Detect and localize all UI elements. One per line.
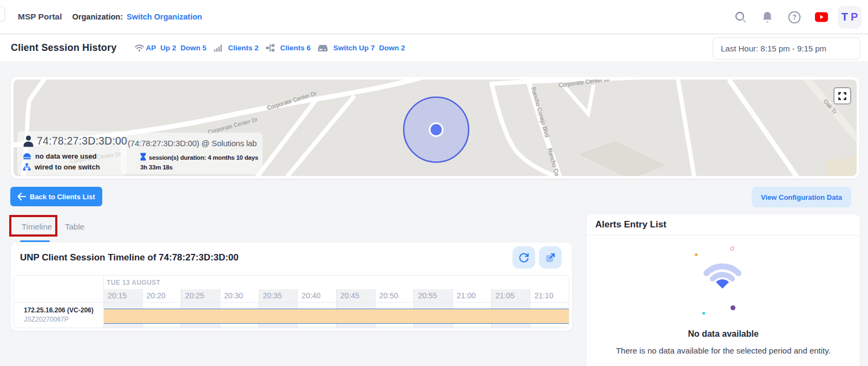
decorative-dot-orange <box>695 253 698 256</box>
no-data-title: No data available <box>587 329 860 339</box>
wifi-empty-state-icon <box>693 234 752 294</box>
time-tick-label: 20:35 <box>263 291 282 300</box>
session-duration-block: session(s) duration: 4 months 10 days 3h… <box>140 153 261 172</box>
view-configuration-label: View Configuration Data <box>761 193 842 201</box>
map-card: Corporate Center Dr Corporate Center Dr … <box>11 77 859 179</box>
wireless-clients-count[interactable]: Clients 2 <box>228 44 259 52</box>
client-mac-address: 74:78:27:3D:3D:00 <box>37 135 127 147</box>
brand-title: MSP Portal <box>18 12 62 22</box>
signal-bars-icon <box>214 44 223 52</box>
wifi-icon <box>134 44 144 52</box>
timeline-chart: TUE 13 AUGUST 20:1520:2020:2520:3020:352… <box>14 275 569 328</box>
session-duration-tail: 3h 33m 18s <box>140 163 261 172</box>
wired-switch-icon <box>23 163 31 171</box>
data-usage-icon <box>23 153 31 160</box>
alerts-card-header: Alerts Entry List <box>587 214 860 236</box>
time-tick-label: 21:10 <box>534 291 553 300</box>
timeline-row-label-cell: 172.25.16.206 (VC-206) JSZ20270067P <box>14 276 104 328</box>
session-duration-text: session(s) duration: 4 months 10 days <box>149 154 258 161</box>
time-tick-label: 20:55 <box>418 291 437 300</box>
wired-topology-icon <box>266 43 275 53</box>
device-ip-label: 172.25.16.206 (VC-206) <box>24 306 94 314</box>
timeline-card-title: UNP Client Session Timeline of 74:78:27:… <box>20 252 239 263</box>
device-serial-label: JSZ20270067P <box>24 316 69 323</box>
time-tick-label: 20:20 <box>147 291 166 300</box>
topbar: MSP Portal Organization: Switch Organiza… <box>0 0 868 34</box>
avatar-initial-first: T <box>841 11 848 23</box>
time-tick-label: 21:05 <box>496 291 515 300</box>
time-range-selector[interactable]: Last Hour: 8:15 pm - 9:15 pm <box>713 37 860 60</box>
decorative-dot-cyan <box>702 312 705 315</box>
view-configuration-button[interactable]: View Configuration Data <box>752 187 851 207</box>
wired-status-text: wired to one switch <box>35 163 100 171</box>
back-to-clients-label: Back to Clients List <box>30 193 95 201</box>
active-tab-indicator <box>20 240 50 242</box>
arrow-left-icon <box>17 193 26 200</box>
road-label-rancho-1: Rancho Conejo Blvd <box>530 86 551 138</box>
road-label-corporate-4: Corporate Center Dr <box>558 80 610 88</box>
wired-clients-count[interactable]: Clients 6 <box>280 44 311 52</box>
notifications-bell-icon[interactable] <box>761 11 774 24</box>
hourglass-icon <box>140 153 146 163</box>
search-icon[interactable] <box>734 11 747 24</box>
time-range-value: Last Hour: 8:15 pm - 9:15 pm <box>721 44 826 53</box>
ap-down-count[interactable]: Down 5 <box>180 44 206 52</box>
session-bar[interactable] <box>104 309 569 324</box>
page-header: Client Session History AP Up 2 Down 5 <box>0 35 868 61</box>
switch-down-count[interactable]: Down 2 <box>379 44 405 52</box>
annotation-highlight-box <box>9 215 57 237</box>
alerts-entry-list-card: Alerts Entry List No data available Ther… <box>587 214 860 366</box>
organization-label: Organization: <box>73 12 123 21</box>
external-link-icon <box>544 252 556 264</box>
no-data-message: There is no data available for the selec… <box>587 346 860 355</box>
alerts-card-title: Alerts Entry List <box>595 219 666 230</box>
timeline-date-header: TUE 13 AUGUST <box>107 279 160 286</box>
page-title: Client Session History <box>11 42 116 54</box>
time-tick-label: 20:25 <box>185 291 204 300</box>
svg-text:?: ? <box>792 14 797 21</box>
refresh-icon <box>518 252 530 264</box>
decorative-dot-purple <box>731 305 735 310</box>
avatar-initial-second: P <box>851 11 858 23</box>
time-tick-label: 21:00 <box>457 291 476 300</box>
open-external-button[interactable] <box>539 246 562 269</box>
client-summary-overlay: 74:78:27:3D:3D:00 no data were used <box>17 131 127 175</box>
ap-status-label[interactable]: AP <box>146 44 156 52</box>
sidebar-drawer-handle[interactable] <box>0 6 5 22</box>
refresh-button[interactable] <box>512 246 535 269</box>
time-tick-label: 20:30 <box>224 291 243 300</box>
time-tick-label: 20:50 <box>379 291 398 300</box>
session-timeline-card: UNP Client Session Timeline of 74:78:27:… <box>11 243 572 331</box>
client-location-text: (74:78:27:3D:3D:00) @ Solutions lab <box>128 139 257 148</box>
time-tick-label: 20:45 <box>340 291 359 300</box>
organization-link[interactable]: Switch Organization <box>127 12 202 21</box>
location-accuracy-circle <box>404 97 469 162</box>
timeline-header-divider <box>14 302 569 303</box>
back-to-clients-button[interactable]: Back to Clients List <box>10 187 102 206</box>
youtube-icon[interactable] <box>815 11 828 24</box>
topbar-actions: ? T P <box>734 0 862 34</box>
person-icon <box>23 135 34 147</box>
session-summary-overlay: (74:78:27:3D:3D:00) @ Solutions lab sess… <box>121 133 262 174</box>
app-root: MSP Portal Organization: Switch Organiza… <box>0 0 868 366</box>
org-status-summary: AP Up 2 Down 5 Clients 2 <box>134 43 405 53</box>
time-tick-label: 20:15 <box>108 291 127 300</box>
switch-icon <box>318 44 328 52</box>
help-icon[interactable]: ? <box>788 11 801 24</box>
ap-up-count[interactable]: Up 2 <box>160 44 176 52</box>
map-canvas[interactable]: Corporate Center Dr Corporate Center Dr … <box>14 80 857 176</box>
switch-up-count[interactable]: Switch Up 7 <box>333 44 375 52</box>
tab-table[interactable]: Table <box>65 222 84 231</box>
map-fullscreen-button[interactable] <box>833 87 851 104</box>
time-tick-label: 20:40 <box>301 291 320 300</box>
fullscreen-icon <box>838 92 846 100</box>
data-usage-text: no data were used <box>35 152 96 160</box>
user-avatar[interactable]: T P <box>838 6 862 29</box>
